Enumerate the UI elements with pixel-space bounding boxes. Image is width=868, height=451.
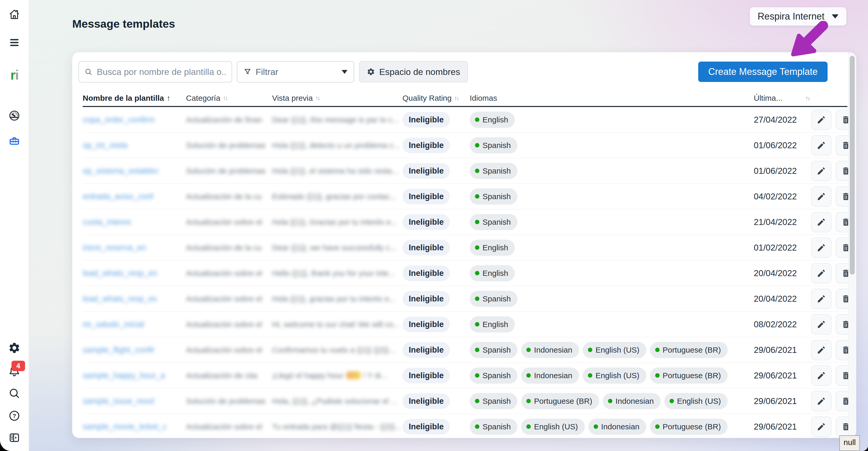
preview-cell: Hello {{1}}, thank you for your inte... [272, 269, 402, 278]
template-name-link[interactable]: lead_whats_resp_es [83, 294, 186, 304]
template-name-link[interactable]: sample_flight_confir [83, 345, 186, 355]
sort-icon: ↑↓ [223, 95, 227, 101]
template-name-link[interactable]: sample_movie_ticket_c [83, 422, 186, 431]
search-box[interactable] [79, 61, 232, 83]
briefcase-icon[interactable] [8, 135, 21, 148]
template-name-link[interactable]: sample_happy_hour_a [83, 371, 186, 380]
create-message-template-button[interactable]: Create Message Template [698, 62, 828, 82]
edit-button[interactable] [811, 161, 832, 181]
bell-icon[interactable]: 4 [8, 364, 21, 377]
quality-badge: Ineligible [402, 240, 450, 255]
status-dot [475, 424, 479, 429]
scrollbar-thumb[interactable] [850, 56, 855, 275]
table-row[interactable]: sample_happy_hour_a Actualización de cit… [83, 363, 847, 388]
table-row[interactable]: copa_order_confirm Actualización de fina… [83, 107, 847, 132]
table-row[interactable]: sample_movie_ticket_c Actualización sobr… [83, 414, 847, 438]
edit-button[interactable] [811, 417, 832, 437]
language-chip: Spanish [470, 367, 518, 384]
edit-button[interactable] [811, 391, 832, 411]
chevron-down-icon [342, 70, 347, 74]
last-updated-cell: 27/04/2022 [754, 115, 811, 125]
status-dot [475, 297, 479, 301]
status-dot [670, 399, 674, 403]
status-dot [475, 194, 479, 199]
language-chip: Portuguese (BR) [521, 393, 599, 409]
column-header[interactable]: Nombre de la plantilla↑ [83, 94, 186, 102]
dashboard-icon[interactable] [8, 109, 21, 122]
template-name-link[interactable]: sample_issue_resol [83, 396, 186, 406]
languages-cell: Spanish [470, 137, 754, 153]
template-name-link[interactable]: op_sistema_establec [83, 166, 186, 176]
last-updated-cell: 29/06/2021 [754, 422, 811, 432]
quality-cell: Ineligible [402, 163, 470, 179]
template-name-link[interactable]: copa_order_confirm [83, 115, 186, 124]
namespace-button[interactable]: Espacio de nombres [359, 61, 468, 83]
language-chip: Spanish [470, 291, 518, 307]
table-row[interactable]: op_int_visita Solución de problemas Hola… [83, 132, 847, 158]
column-header[interactable]: Categoría↑↓ [186, 94, 272, 102]
pencil-icon [817, 192, 826, 201]
table-row[interactable]: lead_whats_resp_en Actualización sobre e… [83, 261, 847, 286]
edit-button[interactable] [811, 212, 832, 232]
last-updated-cell: 20/04/2022 [754, 294, 811, 304]
quality-cell: Ineligible [402, 112, 470, 128]
template-name-link[interactable]: lead_whats_resp_en [83, 269, 186, 278]
template-name-link[interactable]: inicio_reserva_en [83, 243, 186, 252]
template-name-link[interactable]: op_int_visita [83, 141, 186, 150]
search-icon[interactable] [8, 387, 21, 400]
edit-button[interactable] [811, 365, 832, 386]
vertical-scrollbar[interactable] [848, 52, 856, 438]
edit-button[interactable] [811, 340, 832, 360]
quality-badge: Ineligible [402, 265, 450, 281]
sort-ascending-icon: ↑ [167, 94, 170, 102]
language-chip: English [470, 316, 515, 332]
table-row[interactable]: sample_flight_confir Actualización sobre… [83, 337, 847, 363]
edit-button[interactable] [811, 135, 832, 155]
pencil-icon [817, 141, 826, 150]
sort-icon: ↑↓ [454, 95, 458, 101]
preview-cell: Dear {{1}}, we have successfully c... [272, 243, 402, 252]
filter-dropdown[interactable]: Filtrar [237, 61, 354, 83]
languages-cell: English [470, 265, 754, 281]
edit-button[interactable] [811, 238, 832, 258]
edit-button[interactable] [811, 263, 832, 283]
quality-badge: Ineligible [402, 189, 450, 204]
main-content: Message templates Respira Internet [29, 0, 868, 451]
table-row[interactable]: lead_whats_resp_es Actualización sobre e… [83, 286, 847, 312]
last-updated-cell: 21/04/2022 [754, 217, 811, 227]
collapse-panel-icon[interactable] [8, 431, 21, 444]
hamburger-menu-icon[interactable] [8, 36, 21, 49]
quality-cell: Ineligible [402, 393, 470, 409]
column-header[interactable]: Vista previa↑↓ [272, 94, 402, 102]
quality-badge: Ineligible [402, 317, 450, 332]
edit-button[interactable] [811, 314, 832, 335]
column-header[interactable]: Última...↑↓ [754, 94, 811, 102]
table-row[interactable]: cuota_interes Actualización sobre el Hol… [83, 209, 847, 235]
home-icon[interactable] [8, 8, 21, 21]
template-name-link[interactable]: entrada_aviso_conf [83, 192, 186, 201]
edit-button[interactable] [811, 186, 832, 207]
edit-button[interactable] [811, 110, 832, 130]
table-row[interactable]: entrada_aviso_conf Actualización de la c… [83, 184, 847, 209]
gear-icon[interactable] [8, 341, 21, 355]
quality-cell: Ineligible [402, 214, 470, 230]
help-icon[interactable]: ? [8, 409, 21, 422]
template-name-link[interactable]: cuota_interes [83, 217, 186, 227]
search-input[interactable] [96, 66, 226, 77]
template-name-link[interactable]: mi_saludo_inicial [83, 320, 186, 329]
table-row[interactable]: inicio_reserva_en Actualización de la cu… [83, 235, 847, 261]
column-header[interactable]: Quality Rating↑↓ [402, 94, 470, 102]
languages-cell: English [470, 316, 754, 332]
edit-button[interactable] [811, 289, 832, 309]
brand-logo-ri[interactable]: ri [8, 66, 21, 84]
table-row[interactable]: mi_saludo_inicial Actualización sobre el… [83, 312, 847, 337]
table-row[interactable]: sample_issue_resol Solución de problemas… [83, 388, 847, 414]
preview-cell: Hi, welcome to our chat! We will co... [272, 320, 402, 329]
language-chip: Portuguese (BR) [650, 367, 728, 384]
preview-cell: Tu entrada para @{{1}} fiesta - {{2}}... [272, 422, 402, 431]
language-chip: English (US) [664, 393, 728, 409]
table-header-row: Nombre de la plantilla↑Categoría↑↓Vista … [83, 90, 847, 107]
category-cell: Solución de problemas [186, 167, 272, 175]
search-icon [84, 68, 93, 76]
table-row[interactable]: op_sistema_establec Solución de problema… [83, 158, 847, 184]
